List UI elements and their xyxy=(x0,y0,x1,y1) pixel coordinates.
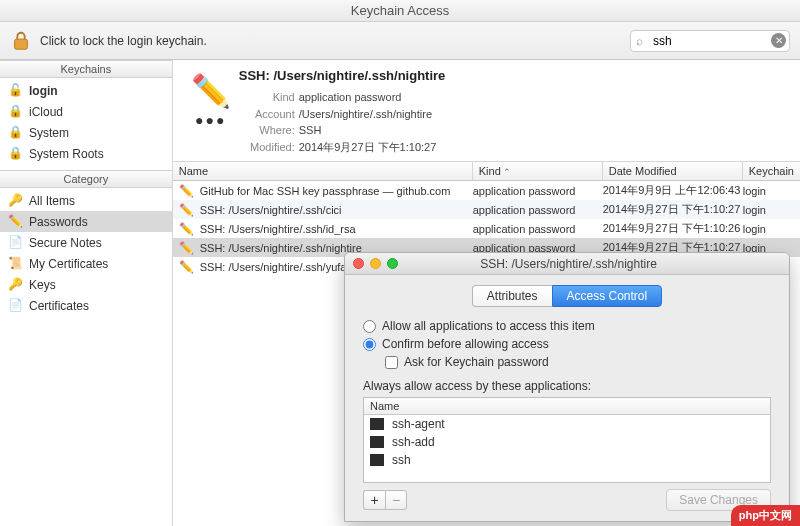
account-label: Account xyxy=(239,106,295,123)
checkbox-ask-password[interactable]: Ask for Keychain password xyxy=(385,355,771,369)
table-header: Name Kind⌃ Date Modified Keychain xyxy=(173,162,800,181)
app-list[interactable]: Name ssh-agentssh-addssh xyxy=(363,397,771,483)
row-name: SSH: /Users/nightire/.ssh/nightire xyxy=(200,242,362,254)
row-date: 2014年9月27日 下午1:10:27 xyxy=(603,202,743,217)
row-name: SSH: /Users/nightire/.ssh/cici xyxy=(200,204,342,216)
sidebar-item-label: login xyxy=(29,84,58,98)
password-dots-icon: ●●● xyxy=(183,112,239,128)
key-icon: 🔑 xyxy=(8,277,23,292)
where-value: SSH xyxy=(299,124,322,136)
detail-icon: ✏️ ●●● xyxy=(183,68,239,155)
sidebar-item-system-roots[interactable]: 🔒System Roots xyxy=(0,143,172,164)
radio-confirm-input[interactable] xyxy=(363,338,376,351)
unlock-icon: 🔓 xyxy=(8,83,23,98)
dialog-footer: + − Save Changes xyxy=(363,489,771,511)
app-row[interactable]: ssh-agent xyxy=(364,415,770,433)
sidebar-item-label: System Roots xyxy=(29,147,104,161)
add-app-button[interactable]: + xyxy=(363,490,385,510)
row-date: 2014年9月27日 下午1:10:26 xyxy=(603,221,743,236)
category-header: Category xyxy=(0,170,172,188)
th-name[interactable]: Name xyxy=(173,162,473,180)
pencil-icon: ✏️ xyxy=(183,72,239,110)
lock-icon: 🔒 xyxy=(8,125,23,140)
sidebar-item-label: Passwords xyxy=(29,215,88,229)
th-keychain[interactable]: Keychain xyxy=(743,162,800,180)
app-name: ssh-add xyxy=(392,435,435,449)
sidebar-item-system[interactable]: 🔒System xyxy=(0,122,172,143)
app-row[interactable]: ssh-add xyxy=(364,433,770,451)
lock-icon: 🔒 xyxy=(8,104,23,119)
app-name: ssh-agent xyxy=(392,417,445,431)
sidebar-item-keys[interactable]: 🔑Keys xyxy=(0,274,172,295)
lock-icon[interactable] xyxy=(10,30,32,52)
table-row[interactable]: ✏️SSH: /Users/nightire/.ssh/id_rsaapplic… xyxy=(173,219,800,238)
pencil-icon: ✏️ xyxy=(179,203,194,217)
radio-confirm[interactable]: Confirm before allowing access xyxy=(363,337,771,351)
close-button[interactable] xyxy=(353,258,364,269)
keychains-header: Keychains xyxy=(0,60,172,78)
item-detail: ✏️ ●●● SSH: /Users/nightire/.ssh/nightir… xyxy=(173,60,800,162)
app-list-header: Name xyxy=(364,398,770,415)
sidebar-item-secure-notes[interactable]: 📄Secure Notes xyxy=(0,232,172,253)
account-value: /Users/nightire/.ssh/nightire xyxy=(299,108,432,120)
row-date: 2014年9月9日 上午12:06:43 xyxy=(603,183,743,198)
window-titlebar: Keychain Access xyxy=(0,0,800,22)
note-icon: 📄 xyxy=(8,235,23,250)
sidebar-item-label: Secure Notes xyxy=(29,236,102,250)
lock-hint: Click to lock the login keychain. xyxy=(40,34,207,48)
pencil-icon: ✏️ xyxy=(179,222,194,236)
sort-asc-icon: ⌃ xyxy=(503,167,511,177)
sidebar-item-icloud[interactable]: 🔒iCloud xyxy=(0,101,172,122)
detail-title: SSH: /Users/nightire/.ssh/nightire xyxy=(239,68,446,83)
dialog-body: Allow all applications to access this it… xyxy=(345,319,789,511)
search-input[interactable] xyxy=(630,30,790,52)
kind-label: Kind xyxy=(239,89,295,106)
tab-attributes[interactable]: Attributes xyxy=(472,285,552,307)
sidebar-item-certificates[interactable]: 📄Certificates xyxy=(0,295,172,316)
row-keychain: login xyxy=(743,185,800,197)
keychains-list: 🔓login 🔒iCloud 🔒System 🔒System Roots xyxy=(0,78,172,170)
row-name: GitHub for Mac SSH key passphrase — gith… xyxy=(200,185,451,197)
terminal-icon xyxy=(370,418,384,430)
th-kind[interactable]: Kind⌃ xyxy=(473,162,603,180)
sidebar-item-login[interactable]: 🔓login xyxy=(0,80,172,101)
modified-value: 2014年9月27日 下午1:10:27 xyxy=(299,141,437,153)
sidebar-item-label: iCloud xyxy=(29,105,63,119)
sidebar-item-label: System xyxy=(29,126,69,140)
dialog-titlebar[interactable]: SSH: /Users/nightire/.ssh/nightire xyxy=(345,253,789,275)
zoom-button[interactable] xyxy=(387,258,398,269)
sidebar-item-label: My Certificates xyxy=(29,257,108,271)
search-field[interactable]: ⌕ ✕ xyxy=(630,30,790,52)
pencil-icon: ✏️ xyxy=(179,184,194,198)
certificate-icon: 📜 xyxy=(8,256,23,271)
tab-access-control[interactable]: Access Control xyxy=(552,285,663,307)
sidebar-item-all-items[interactable]: 🔑All Items xyxy=(0,190,172,211)
radio-allow-all-input[interactable] xyxy=(363,320,376,333)
row-keychain: login xyxy=(743,223,800,235)
traffic-lights xyxy=(345,258,398,269)
sidebar-item-my-certificates[interactable]: 📜My Certificates xyxy=(0,253,172,274)
row-kind: application password xyxy=(473,185,603,197)
pencil-icon: ✏️ xyxy=(179,241,194,255)
table-row[interactable]: ✏️SSH: /Users/nightire/.ssh/ciciapplicat… xyxy=(173,200,800,219)
sidebar-item-label: All Items xyxy=(29,194,75,208)
certificate-icon: 📄 xyxy=(8,298,23,313)
checkbox-ask-password-input[interactable] xyxy=(385,356,398,369)
remove-app-button[interactable]: − xyxy=(385,490,407,510)
app-row[interactable]: ssh xyxy=(364,451,770,469)
sidebar-item-label: Certificates xyxy=(29,299,89,313)
access-control-dialog: SSH: /Users/nightire/.ssh/nightire Attri… xyxy=(344,252,790,522)
key-icon: 🔑 xyxy=(8,193,23,208)
sidebar: Keychains 🔓login 🔒iCloud 🔒System 🔒System… xyxy=(0,60,173,526)
row-kind: application password xyxy=(473,204,603,216)
sidebar-item-passwords[interactable]: ✏️Passwords xyxy=(0,211,172,232)
terminal-icon xyxy=(370,436,384,448)
table-row[interactable]: ✏️GitHub for Mac SSH key passphrase — gi… xyxy=(173,181,800,200)
th-date[interactable]: Date Modified xyxy=(603,162,743,180)
folder-icon: 🔒 xyxy=(8,146,23,161)
search-icon: ⌕ xyxy=(636,34,643,48)
modified-label: Modified: xyxy=(239,139,295,156)
radio-allow-all[interactable]: Allow all applications to access this it… xyxy=(363,319,771,333)
clear-search-icon[interactable]: ✕ xyxy=(771,33,786,48)
minimize-button[interactable] xyxy=(370,258,381,269)
